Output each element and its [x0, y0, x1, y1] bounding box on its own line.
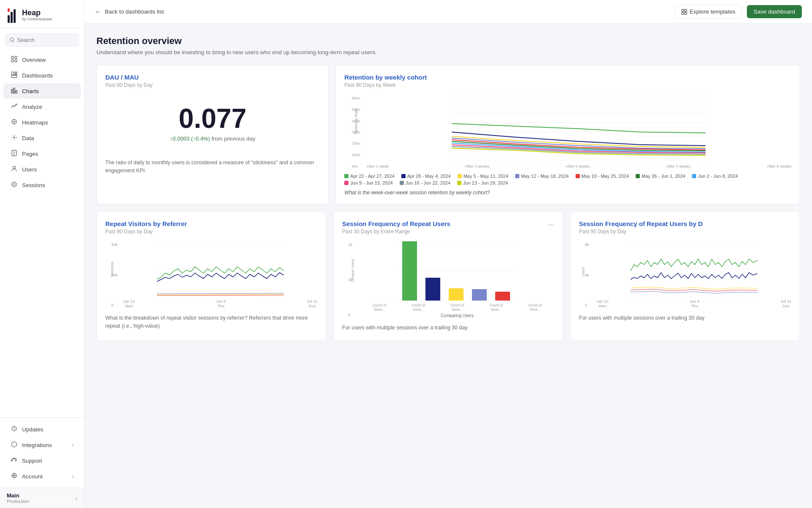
- search-box[interactable]: [5, 33, 79, 47]
- svg-point-27: [12, 182, 16, 187]
- pages-icon: [10, 150, 18, 157]
- back-link[interactable]: ← Back to dashboards list: [95, 8, 164, 16]
- legend-item-6: Jun 2 - Jun 8, 2024: [692, 174, 738, 179]
- retention-cohort-title: Retention by weekly cohort: [344, 74, 791, 81]
- svg-rect-36: [682, 9, 684, 11]
- sidebar-item-sessions[interactable]: Sessions: [3, 177, 81, 193]
- updates-icon: [10, 425, 18, 433]
- sidebar-item-charts-label: Charts: [22, 88, 39, 94]
- retention-legend: Apr 22 - Apr 27, 2024 Apr 28 - May 4, 20…: [344, 174, 791, 185]
- repeat-y-label: Sessions: [110, 261, 114, 277]
- svg-rect-11: [15, 72, 17, 73]
- sidebar-bottom: Updates Integrations › Support: [0, 417, 84, 488]
- sidebar: Heap by Contentsquare Overview Dashboard…: [0, 0, 85, 508]
- sidebar-item-analyze-label: Analyze: [22, 104, 42, 110]
- svg-rect-37: [685, 9, 687, 11]
- search-input[interactable]: [17, 37, 74, 43]
- legend-item-5: May 26 - Jun 1, 2024: [636, 174, 685, 179]
- sidebar-item-heatmaps-label: Heatmaps: [22, 119, 48, 126]
- dau-mau-card: DAU / MAU Past 90 Days by Day 0.077 ↑0.0…: [96, 65, 329, 204]
- heatmaps-icon: [10, 119, 18, 126]
- svg-rect-2: [14, 9, 16, 23]
- logo-by-text: by Contentsquare: [22, 17, 52, 22]
- templates-icon: [681, 9, 687, 15]
- retention-cohort-subtitle: Past 90 Days by Week: [344, 82, 791, 88]
- svg-rect-6: [11, 56, 14, 58]
- sidebar-item-pages[interactable]: Pages: [3, 146, 81, 161]
- svg-rect-15: [14, 88, 15, 93]
- legend-item-7: Jun 9 - Jun 15, 2024: [344, 180, 392, 185]
- sidebar-item-updates[interactable]: Updates: [3, 422, 81, 437]
- svg-rect-0: [8, 15, 10, 23]
- session-freq-desc: For users with multiple sessions over a …: [342, 324, 554, 332]
- sidebar-item-support[interactable]: Support: [3, 453, 81, 468]
- account-icon: [10, 472, 18, 480]
- svg-rect-59: [449, 288, 464, 301]
- dau-change-text: from previous day: [211, 135, 255, 142]
- sidebar-item-dashboards[interactable]: Dashboards: [3, 68, 81, 83]
- svg-point-4: [10, 38, 14, 41]
- dashboards-icon: [10, 72, 18, 79]
- svg-line-53: [157, 293, 284, 294]
- updates-label: Updates: [22, 426, 43, 433]
- session-freq-chart-svg: [360, 241, 554, 301]
- dau-mau-title: DAU / MAU: [105, 74, 320, 81]
- svg-rect-14: [11, 89, 13, 93]
- sidebar-item-pages-label: Pages: [22, 151, 38, 157]
- explore-templates-label: Explore templates: [690, 8, 735, 15]
- page-subtitle: Understand where you should be investing…: [96, 49, 800, 55]
- svg-rect-57: [402, 241, 417, 301]
- workspace-selector[interactable]: Main Production ›: [0, 488, 84, 508]
- svg-rect-38: [682, 12, 684, 14]
- page-body: Retention overview Understand where you …: [85, 24, 812, 353]
- dashboard-row-1: DAU / MAU Past 90 Days by Day 0.077 ↑0.0…: [96, 65, 800, 204]
- svg-rect-9: [15, 60, 17, 62]
- save-dashboard-label: Save dashboard: [754, 8, 795, 15]
- charts-icon: [10, 87, 18, 95]
- legend-item-4: May 19 - May 25, 2024: [576, 174, 629, 179]
- logo-heap-text: Heap: [22, 9, 52, 17]
- back-arrow-icon: ←: [95, 8, 102, 16]
- svg-point-26: [13, 166, 15, 169]
- repeat-visitors-chart: [123, 241, 318, 296]
- dashboard-row-2: Repeat Visitors by Referrer Past 90 Days…: [96, 211, 800, 341]
- svg-rect-7: [15, 56, 17, 58]
- logo-area: Heap by Contentsquare: [0, 0, 84, 28]
- svg-rect-1: [11, 12, 13, 23]
- legend-item-1: Apr 28 - May 4, 2024: [401, 174, 451, 179]
- sidebar-item-heatmaps[interactable]: Heatmaps: [3, 115, 81, 130]
- users-icon: [10, 166, 18, 173]
- sidebar-item-users[interactable]: Users: [3, 162, 81, 177]
- legend-item-2: May 5 - May 11, 2024: [458, 174, 508, 179]
- svg-line-5: [13, 41, 14, 42]
- svg-rect-13: [11, 75, 17, 77]
- svg-rect-58: [425, 278, 440, 301]
- save-dashboard-button[interactable]: Save dashboard: [747, 5, 802, 18]
- search-area: [0, 28, 84, 50]
- explore-templates-button[interactable]: Explore templates: [675, 5, 742, 19]
- session-freq-title: Session Frequency of Repeat Users: [342, 220, 450, 227]
- repeat-visitors-subtitle: Past 90 Days by Day: [105, 229, 318, 235]
- sidebar-item-integrations[interactable]: Integrations ›: [3, 437, 81, 453]
- account-label: Account: [22, 473, 43, 480]
- legend-item-9: Jun 23 - Jun 29, 2024: [457, 180, 508, 185]
- workspace-chevron: ›: [75, 495, 77, 502]
- session-freq-device-subtitle: Past 90 Days by Day: [579, 229, 791, 235]
- device-y-label: Users: [581, 267, 585, 277]
- session-freq-menu[interactable]: ···: [548, 220, 554, 229]
- svg-rect-16: [16, 91, 17, 93]
- back-label: Back to dashboards list: [105, 8, 164, 15]
- main-content: ← Back to dashboards list Explore templa…: [85, 0, 812, 508]
- topbar-actions: Explore templates Save dashboard: [675, 5, 802, 19]
- sidebar-item-overview[interactable]: Overview: [3, 52, 81, 67]
- sidebar-item-account[interactable]: Account ›: [3, 469, 81, 484]
- svg-rect-12: [15, 74, 17, 75]
- legend-item-0: Apr 22 - Apr 27, 2024: [344, 174, 395, 179]
- sidebar-item-charts[interactable]: Charts: [3, 83, 81, 99]
- sidebar-item-analyze[interactable]: Analyze: [3, 99, 81, 114]
- session-freq-device-chart: [597, 241, 791, 296]
- session-freq-device-card: Session Frequency of Repeat Users by D P…: [570, 211, 800, 341]
- session-freq-subtitle: Past 30 Days by Entire Range: [342, 229, 450, 235]
- sidebar-item-data[interactable]: Data: [3, 130, 81, 146]
- page-title: Retention overview: [96, 36, 800, 47]
